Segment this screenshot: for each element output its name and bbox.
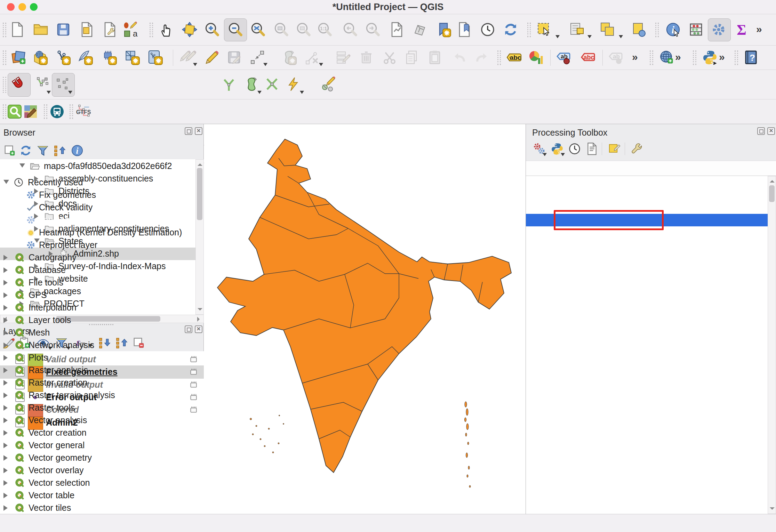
remove-layer-icon[interactable] <box>132 336 146 350</box>
scroll-up-arrow[interactable] <box>770 178 775 183</box>
topological-editing-icon[interactable] <box>221 76 237 92</box>
select-features-dropdown[interactable] <box>555 35 560 40</box>
move-label-icon[interactable] <box>608 49 625 66</box>
python-toolbar-overflow-chevron[interactable]: » <box>719 51 725 63</box>
memory-layer-icon[interactable] <box>188 379 199 391</box>
toolbox-results-viewer-icon[interactable] <box>585 142 599 156</box>
panel-splitter-handle[interactable] <box>89 324 113 327</box>
zoom-native-1-1-icon[interactable]: 1:1 <box>316 21 333 38</box>
new-virtual-layer-icon[interactable] <box>147 49 163 66</box>
select-by-value-dropdown[interactable] <box>587 35 592 40</box>
web-toolbar-overflow-chevron[interactable]: » <box>675 51 681 63</box>
save-project-icon[interactable] <box>55 21 72 38</box>
zoom-next-icon[interactable] <box>364 21 381 38</box>
select-by-value-icon[interactable] <box>568 21 585 38</box>
statistical-summary-icon[interactable] <box>688 21 704 38</box>
toolbox-close-button[interactable] <box>767 127 775 135</box>
show-layout-manager-icon[interactable] <box>102 21 118 38</box>
transit-plugin-icon[interactable] <box>49 103 65 120</box>
browser-vertical-scrollbar[interactable] <box>195 159 204 315</box>
highlight-pinned-labels-icon[interactable] <box>581 49 597 66</box>
toolbar-grip[interactable] <box>3 23 6 37</box>
toolbar-overflow-chevron[interactable]: » <box>756 23 762 35</box>
expander-closed-icon[interactable] <box>3 342 8 348</box>
models-dropdown[interactable] <box>543 153 547 158</box>
expander-closed-icon[interactable] <box>3 418 8 423</box>
zoom-to-selection-icon[interactable] <box>273 21 289 38</box>
toolbox-search-field[interactable]: Search... <box>526 161 776 176</box>
snapping-type-dropdown[interactable] <box>47 91 51 96</box>
expander-closed-icon[interactable] <box>3 493 8 498</box>
expander-closed-icon[interactable] <box>3 480 8 486</box>
expander-open-icon[interactable] <box>3 180 9 184</box>
expander-closed-icon[interactable] <box>3 380 8 386</box>
expander-closed-icon[interactable] <box>3 292 8 298</box>
delete-selected-icon[interactable] <box>358 49 375 66</box>
deselect-features-dropdown[interactable] <box>619 35 623 40</box>
toolbar-grip[interactable] <box>150 23 153 37</box>
layer-labeling-icon[interactable] <box>506 49 523 66</box>
quickmapservices-icon[interactable] <box>22 103 39 120</box>
current-edits-dropdown[interactable] <box>193 63 197 68</box>
expander-closed-icon[interactable] <box>3 255 8 260</box>
expander-closed-icon[interactable] <box>3 405 8 411</box>
open-project-icon[interactable] <box>32 21 49 38</box>
toolbar-grip[interactable] <box>44 104 47 119</box>
new-gpx-layer-icon[interactable] <box>77 49 94 66</box>
toolbar-grip[interactable] <box>655 23 659 37</box>
scroll-right-arrow[interactable] <box>197 317 202 322</box>
memory-layer-icon[interactable] <box>188 366 199 378</box>
new-spatial-bookmark-icon[interactable] <box>435 21 452 38</box>
identify-features-icon[interactable] <box>665 21 681 38</box>
scrollbar-thumb[interactable] <box>769 185 775 202</box>
new-project-icon[interactable] <box>9 21 26 38</box>
expander-closed-icon[interactable] <box>3 330 8 336</box>
toolbox-edit-model-icon[interactable] <box>607 142 621 156</box>
new-3d-map-view-icon[interactable] <box>411 21 428 38</box>
toolbox-history-icon[interactable] <box>568 142 582 156</box>
map-canvas[interactable] <box>204 124 526 514</box>
snapping-type-icon[interactable] <box>33 76 50 92</box>
paste-features-icon[interactable] <box>426 49 443 66</box>
web-tools-icon[interactable] <box>658 49 675 66</box>
toolbar-grip[interactable] <box>3 50 6 65</box>
label-toolbar-overflow-chevron[interactable]: » <box>632 51 638 63</box>
undo-icon[interactable] <box>451 49 468 66</box>
collapse-all-icon[interactable] <box>115 336 129 350</box>
browser-item-maps[interactable]: maps-0fa9fd850eda3d2062e66f2 <box>0 160 195 172</box>
browser-close-button[interactable] <box>195 127 202 135</box>
expander-closed-icon[interactable] <box>3 393 8 398</box>
tracing-dropdown[interactable] <box>300 91 304 96</box>
scrollbar-thumb[interactable] <box>197 168 202 220</box>
pan-map-icon[interactable] <box>158 21 175 38</box>
browser-add-layers-icon[interactable] <box>3 144 17 158</box>
expander-closed-icon[interactable] <box>3 505 8 511</box>
expander-closed-icon[interactable] <box>3 430 8 436</box>
browser-collapse-all-icon[interactable] <box>53 144 67 158</box>
expander-closed-icon[interactable] <box>3 317 8 323</box>
python-scripts-dropdown[interactable] <box>561 153 565 158</box>
refresh-map-icon[interactable] <box>502 21 519 38</box>
new-geopackage-layer-icon[interactable] <box>32 49 48 66</box>
data-source-manager-icon[interactable] <box>10 49 27 66</box>
toolbox-options-icon[interactable] <box>630 142 644 156</box>
vertex-tool-icon[interactable] <box>304 49 321 66</box>
toolbar-grip[interactable] <box>527 23 531 37</box>
select-features-icon[interactable] <box>536 21 553 38</box>
digitize-dropdown[interactable] <box>263 63 267 68</box>
expander-closed-icon[interactable] <box>3 455 8 461</box>
copy-features-icon[interactable] <box>403 49 420 66</box>
zoom-in-icon[interactable] <box>203 21 220 38</box>
scroll-down-arrow[interactable] <box>198 308 202 313</box>
toolbar-grip[interactable] <box>497 50 501 65</box>
enable-tracing-icon[interactable] <box>285 76 302 92</box>
pin-labels-icon[interactable] <box>556 49 573 66</box>
scroll-down-arrow[interactable] <box>770 507 775 512</box>
deselect-features-icon[interactable] <box>599 21 616 38</box>
processing-toolbox-icon[interactable] <box>710 21 727 38</box>
new-map-view-icon[interactable] <box>389 21 405 38</box>
snapping-all-layers-icon[interactable] <box>54 76 71 92</box>
memory-layer-icon[interactable] <box>188 404 199 416</box>
expander-closed-icon[interactable] <box>3 443 8 448</box>
toolbar-grip[interactable] <box>650 50 653 65</box>
